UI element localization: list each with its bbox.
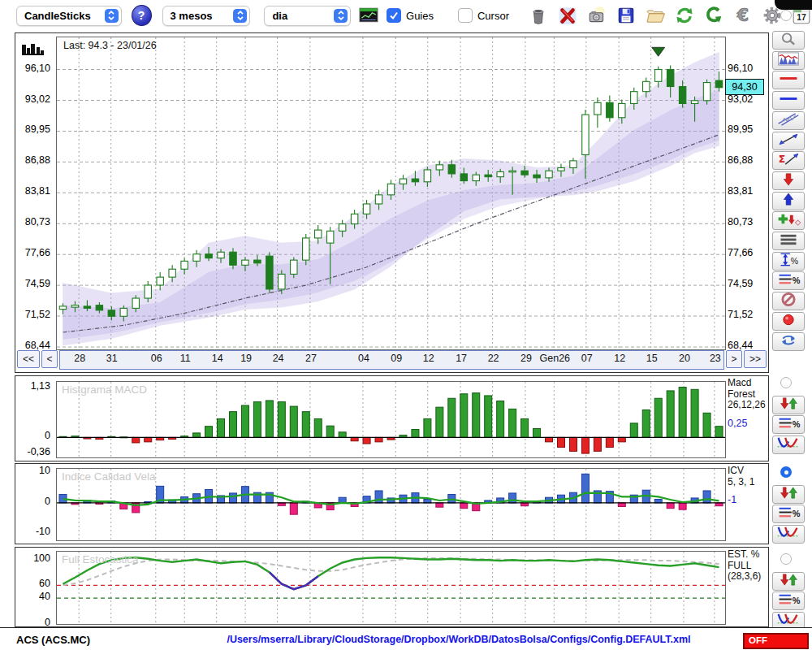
trash-icon[interactable] — [527, 5, 549, 26]
y-tick-label: 68,44 — [728, 340, 753, 351]
lines-pct-icon: % — [775, 271, 802, 290]
macd-info: Macd Forest 26,12,26 0,25 — [728, 378, 768, 429]
stoch-plot[interactable]: Full Estocastica — [56, 551, 726, 625]
chart-select-radio[interactable] — [780, 10, 792, 21]
arrow-down-icon — [775, 171, 802, 190]
curves-icon — [775, 436, 802, 454]
scroll-next-button[interactable]: > — [726, 350, 742, 368]
icv-last-value: -1 — [728, 495, 768, 506]
cursor-checkbox[interactable]: Cursor — [458, 8, 509, 23]
minichart-icon[interactable] — [358, 5, 379, 26]
macd-signals-button[interactable] — [772, 396, 805, 414]
macd-panel: 1,130-0,36 Histgrama MACD Macd Forest 26… — [15, 375, 769, 462]
levels-tool-button[interactable] — [772, 232, 805, 250]
y-tick-label: 77,66 — [25, 247, 50, 258]
scroll-first-button[interactable]: << — [17, 350, 40, 368]
disable-tool-button[interactable] — [772, 292, 805, 310]
macd-last-value: 0,25 — [728, 418, 768, 430]
stoch-params: (28,3,6) — [728, 571, 768, 583]
delete-red-x-icon[interactable] — [556, 5, 578, 26]
indicator-chart-button[interactable] — [772, 51, 805, 70]
y-tick-label: 86,88 — [25, 154, 50, 166]
checkbox-unchecked-icon — [458, 8, 473, 23]
chart-type-select[interactable]: CandleSticks — [16, 6, 122, 26]
trendline-icon — [775, 132, 802, 150]
arrows-red-green-icon — [775, 485, 802, 504]
period-select[interactable]: 3 mesos — [162, 6, 251, 26]
red-hline-icon — [775, 71, 802, 89]
buy-arrow-tool-button[interactable] — [772, 192, 805, 210]
stoch-select-radio[interactable] — [780, 553, 792, 565]
icv-select-radio[interactable] — [780, 466, 792, 478]
vertical-measure-tool-button[interactable]: % — [772, 252, 805, 271]
period-value: 3 mesos — [171, 10, 213, 22]
guies-checkbox[interactable]: Guies — [387, 8, 434, 23]
macd-plot[interactable]: Histgrama MACD — [56, 381, 726, 458]
stoch-signals-button[interactable] — [772, 572, 805, 591]
percent-lines-tool-button[interactable]: % — [772, 271, 805, 290]
chart-type-value: CandleSticks — [24, 10, 91, 22]
icv-signals-button[interactable] — [772, 485, 805, 504]
y-tick-label: 60 — [39, 578, 50, 589]
swap-icon — [775, 332, 802, 351]
candlestick-plot[interactable]: Last: 94.3 - 23/01/26 — [56, 37, 726, 350]
y-tick-label: 93,02 — [728, 93, 753, 105]
macd-percent-lines-button[interactable]: % — [772, 415, 805, 434]
off-toggle[interactable]: OFF — [743, 633, 809, 649]
macd-axis: 1,130-0,36 — [15, 376, 53, 461]
y-tick-label: 100 — [33, 552, 50, 564]
scroll-prev-button[interactable]: < — [41, 350, 58, 368]
signal-arrows-icon — [775, 211, 802, 230]
select-stepper-icon — [334, 9, 348, 23]
help-button[interactable]: ? — [132, 5, 152, 26]
y-tick-label: 83,81 — [728, 185, 753, 197]
signals-tool-button[interactable] — [772, 211, 805, 230]
arrows-red-green-icon — [775, 396, 802, 414]
arrows-red-green-icon — [775, 572, 802, 591]
save-icon[interactable] — [615, 5, 637, 26]
y-tick-label: 77,66 — [728, 247, 753, 258]
svg-text:%: % — [793, 276, 801, 286]
blue-hline-icon — [775, 91, 802, 110]
record-tool-button[interactable] — [772, 312, 805, 331]
sigma-trend-icon: Σ — [775, 151, 802, 170]
icv-percent-lines-button[interactable]: % — [772, 505, 805, 523]
stoch-title: EST. % — [728, 549, 768, 561]
zoom-tool-button[interactable] — [772, 31, 805, 50]
y-tick-label: 10 — [39, 465, 50, 476]
macd-title2: Forest — [728, 389, 768, 401]
sell-arrow-tool-button[interactable] — [772, 171, 805, 190]
last-price-label: Last: 94.3 - 23/01/26 — [63, 40, 157, 51]
icv-plot[interactable]: Indice Calidad Vela — [56, 468, 726, 541]
open-folder-icon[interactable] — [644, 5, 666, 26]
stoch-title2: FULL — [728, 561, 768, 572]
revert-icon[interactable] — [702, 5, 724, 26]
euro-icon[interactable]: € — [732, 5, 754, 26]
svg-text:%: % — [793, 419, 801, 429]
main-chart-panel: 96,1093,0289,9586,8883,8180,7377,6674,59… — [15, 32, 769, 373]
y-tick-label: 74,59 — [728, 278, 753, 289]
window-corner — [775, 0, 812, 10]
y-tick-label: 71,52 — [25, 309, 50, 320]
swap-tool-button[interactable] — [772, 332, 805, 351]
regression-tool-button[interactable]: Σ — [772, 151, 805, 170]
trendline-tool-button[interactable] — [772, 132, 805, 150]
stoch-percent-lines-button[interactable]: % — [772, 592, 805, 610]
icv-curves-button[interactable] — [772, 525, 805, 544]
blue-line-tool-button[interactable] — [772, 91, 805, 110]
svg-text:Σ: Σ — [779, 154, 785, 165]
stoch-axis: 10060400 — [15, 548, 53, 626]
y-tick-label: 89,95 — [25, 124, 50, 135]
macd-select-radio[interactable] — [780, 377, 792, 388]
macd-curves-button[interactable] — [772, 436, 805, 454]
date-axis[interactable] — [59, 350, 724, 370]
sync-icon[interactable] — [673, 5, 695, 26]
config-path-link[interactable]: /Users/mserra/Library/CloudStorage/Dropb… — [187, 634, 731, 645]
interval-select[interactable]: dia — [264, 6, 351, 26]
snapshot-icon[interactable] — [585, 5, 607, 26]
channel-tool-button[interactable] — [772, 111, 805, 130]
scroll-last-button[interactable]: >> — [744, 350, 767, 368]
red-line-tool-button[interactable] — [772, 71, 805, 89]
status-bar: ACS (ACS.MC) /Users/mserra/Library/Cloud… — [0, 627, 812, 650]
select-stepper-icon — [105, 9, 119, 23]
